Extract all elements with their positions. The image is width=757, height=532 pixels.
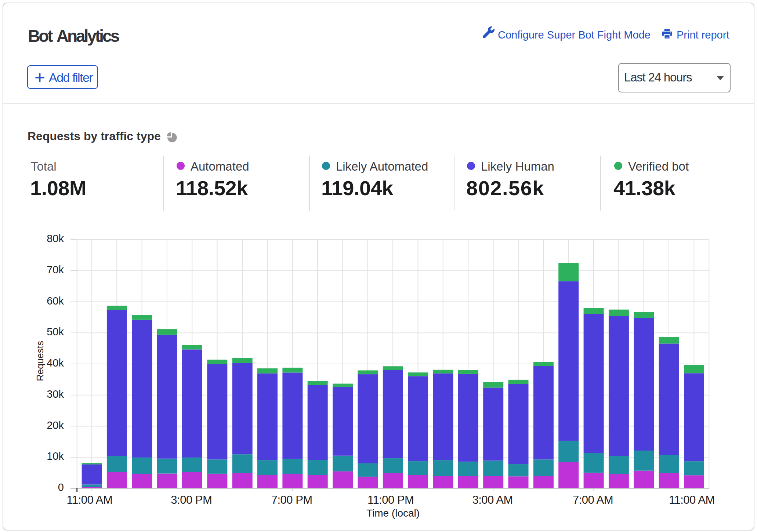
svg-text:70k: 70k	[47, 264, 64, 276]
svg-text:11:00 AM: 11:00 AM	[669, 493, 715, 506]
svg-text:Time (local): Time (local)	[366, 507, 420, 519]
svg-text:7:00 AM: 7:00 AM	[573, 493, 613, 506]
svg-text:Requests: Requests	[35, 341, 46, 381]
svg-text:11:00 AM: 11:00 AM	[67, 493, 113, 506]
svg-text:40k: 40k	[47, 357, 64, 369]
svg-text:20k: 20k	[47, 419, 64, 431]
svg-text:50k: 50k	[47, 326, 64, 338]
svg-text:60k: 60k	[47, 295, 64, 307]
svg-text:3:00 PM: 3:00 PM	[171, 493, 212, 506]
svg-text:10k: 10k	[47, 450, 64, 462]
svg-text:0: 0	[58, 481, 64, 493]
svg-text:3:00 AM: 3:00 AM	[472, 493, 512, 506]
svg-text:80k: 80k	[47, 233, 64, 244]
svg-text:30k: 30k	[47, 388, 64, 400]
svg-text:11:00 PM: 11:00 PM	[367, 493, 414, 506]
svg-text:7:00 PM: 7:00 PM	[271, 493, 312, 506]
